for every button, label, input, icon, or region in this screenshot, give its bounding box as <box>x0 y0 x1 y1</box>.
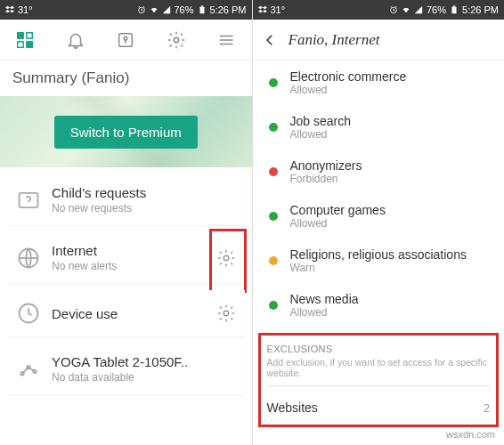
signal-icon <box>162 5 171 14</box>
top-nav <box>0 20 252 61</box>
category-title: Religions, religious associations <box>290 247 491 262</box>
card-title: Device use <box>52 306 206 321</box>
detail-header: Fanio, Internet <box>253 20 505 61</box>
watermark: wsxdn.com <box>446 429 495 440</box>
svg-rect-19 <box>452 7 457 14</box>
nav-location[interactable] <box>108 22 143 58</box>
exclusions-section: EXCLUSIONS Add exclusion, if you want to… <box>260 333 498 425</box>
alarm-icon <box>137 5 146 14</box>
category-row[interactable]: Anonymizers Forbidden <box>253 150 505 194</box>
nav-alerts[interactable] <box>58 22 93 58</box>
category-title: Electronic commerce <box>290 69 491 84</box>
category-row[interactable]: Religions, religious associations Warn <box>253 239 505 283</box>
detail-title: Fanio, Internet <box>289 31 380 49</box>
gear-icon[interactable] <box>216 248 236 268</box>
svg-rect-4 <box>27 32 32 37</box>
svg-rect-2 <box>200 5 203 6</box>
weather-temp: 31° <box>18 4 33 15</box>
clock-icon <box>16 301 41 326</box>
category-title: Computer games <box>290 203 491 217</box>
nav-settings[interactable] <box>159 22 194 58</box>
dropbox-icon <box>258 5 267 14</box>
status-dot <box>269 167 278 176</box>
svg-point-9 <box>174 37 179 43</box>
status-dot <box>269 256 278 265</box>
status-dot <box>269 78 278 87</box>
clock-time: 5:26 PM <box>462 4 499 15</box>
map-pin-icon <box>116 30 135 50</box>
gear-icon[interactable] <box>216 303 236 323</box>
battery-icon <box>450 5 459 14</box>
map-banner: Switch to Premium <box>0 96 252 167</box>
exclusions-row-label: Websites <box>267 400 318 415</box>
card-internet[interactable]: Internet No new alerts <box>7 232 245 283</box>
svg-point-14 <box>224 311 229 316</box>
card-subtitle: No new alerts <box>52 260 206 272</box>
svg-rect-1 <box>199 7 204 14</box>
card-device-use[interactable]: Device use <box>7 290 245 336</box>
switch-premium-button[interactable]: Switch to Premium <box>54 116 198 149</box>
svg-rect-5 <box>18 41 23 46</box>
status-dot <box>269 212 278 221</box>
left-pane: 31° 76% 5:26 PM <box>0 0 253 445</box>
svg-rect-6 <box>27 41 32 46</box>
card-title: Child's requests <box>52 185 236 200</box>
nav-menu[interactable] <box>208 22 244 58</box>
card-yoga-tablet[interactable]: YOGA Tablet 2-1050F.. No data available <box>7 344 245 394</box>
bell-icon <box>66 30 85 50</box>
signal-icon <box>414 5 423 14</box>
battery-pct: 76% <box>427 4 446 15</box>
wifi-icon <box>150 5 159 14</box>
right-pane: 31° 76% 5:26 PM Fanio, Internet Electron… <box>253 0 505 445</box>
page-title: Summary (Fanio) <box>0 61 252 96</box>
category-title: News media <box>290 292 491 306</box>
status-bar: 31° 76% 5:26 PM <box>253 0 505 20</box>
globe-icon <box>16 246 41 271</box>
category-row[interactable]: Job search Allowed <box>253 105 505 150</box>
card-subtitle: No data available <box>52 371 236 384</box>
card-subtitle: No new requests <box>52 202 236 214</box>
status-dot <box>269 123 278 132</box>
battery-pct: 76% <box>175 4 194 15</box>
category-status: Warn <box>290 262 491 274</box>
category-row[interactable]: Computer games Allowed <box>253 194 505 239</box>
svg-rect-20 <box>453 5 456 6</box>
status-dot <box>269 301 278 310</box>
gear-icon <box>167 30 186 50</box>
category-title: Job search <box>290 114 491 128</box>
category-status: Allowed <box>290 217 491 230</box>
svg-point-12 <box>224 255 229 261</box>
category-status: Allowed <box>290 84 491 96</box>
wifi-icon <box>402 5 411 14</box>
exclusions-count: 2 <box>484 401 490 415</box>
card-title: YOGA Tablet 2-1050F.. <box>52 354 236 369</box>
nav-dashboard[interactable] <box>7 22 43 58</box>
activity-icon <box>16 357 41 382</box>
category-title: Anonymizers <box>290 158 491 173</box>
exclusions-websites-row[interactable]: Websites 2 <box>260 390 498 425</box>
hamburger-icon <box>216 30 236 50</box>
svg-rect-3 <box>18 32 23 37</box>
weather-temp: 31° <box>271 4 286 15</box>
category-row[interactable]: Electronic commerce Allowed <box>253 61 505 105</box>
category-list: Electronic commerce Allowed Job search A… <box>253 61 505 328</box>
category-status: Forbidden <box>290 173 491 185</box>
exclusions-label: EXCLUSIONS <box>267 344 491 354</box>
category-status: Allowed <box>290 128 491 141</box>
card-title: Internet <box>52 243 206 258</box>
category-row[interactable]: News media Allowed <box>253 283 505 328</box>
category-status: Allowed <box>290 306 491 319</box>
question-icon <box>16 188 41 213</box>
alarm-icon <box>389 5 398 14</box>
back-icon[interactable] <box>262 32 278 48</box>
battery-icon <box>198 5 207 14</box>
clock-time: 5:26 PM <box>210 4 247 15</box>
card-child-requests[interactable]: Child's requests No new requests <box>7 174 245 225</box>
svg-point-8 <box>124 36 127 40</box>
status-bar: 31° 76% 5:26 PM <box>0 0 252 20</box>
dashboard-icon <box>15 30 35 50</box>
dropbox-icon <box>5 5 14 14</box>
exclusions-hint: Add exclusion, if you want to set access… <box>267 357 491 386</box>
